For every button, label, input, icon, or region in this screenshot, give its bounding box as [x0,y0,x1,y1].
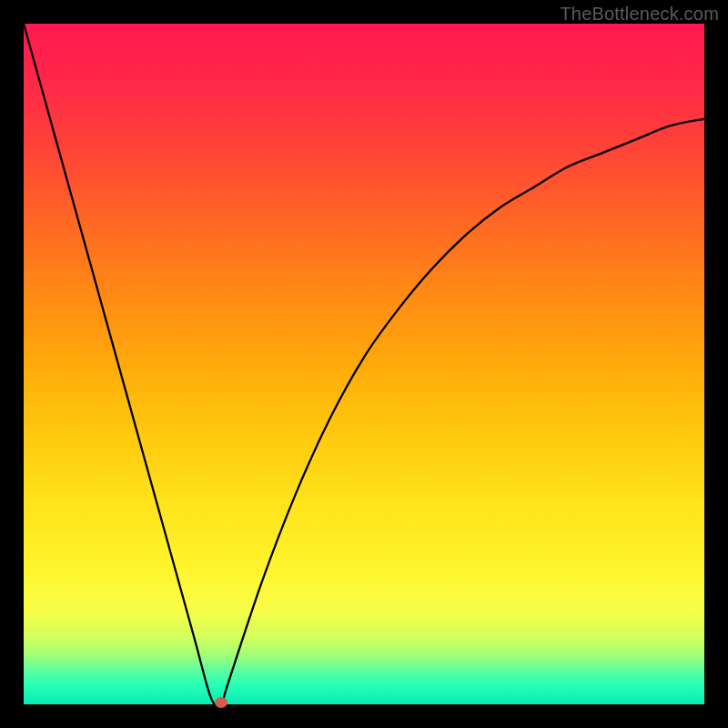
optimum-marker [215,697,228,708]
attribution-text: TheBottleneck.com [560,4,719,25]
chart-frame: TheBottleneck.com [0,0,728,728]
plot-area [24,24,704,704]
bottleneck-curve [24,24,704,704]
